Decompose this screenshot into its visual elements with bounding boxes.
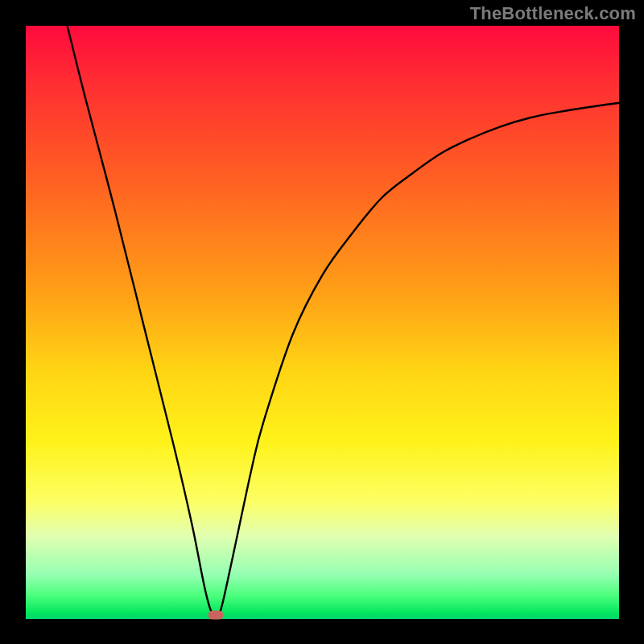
plot-area <box>26 26 619 619</box>
minimum-marker <box>208 610 223 619</box>
watermark-text: TheBottleneck.com <box>470 3 636 24</box>
chart-frame: TheBottleneck.com <box>0 0 644 644</box>
bottleneck-curve <box>26 26 619 619</box>
